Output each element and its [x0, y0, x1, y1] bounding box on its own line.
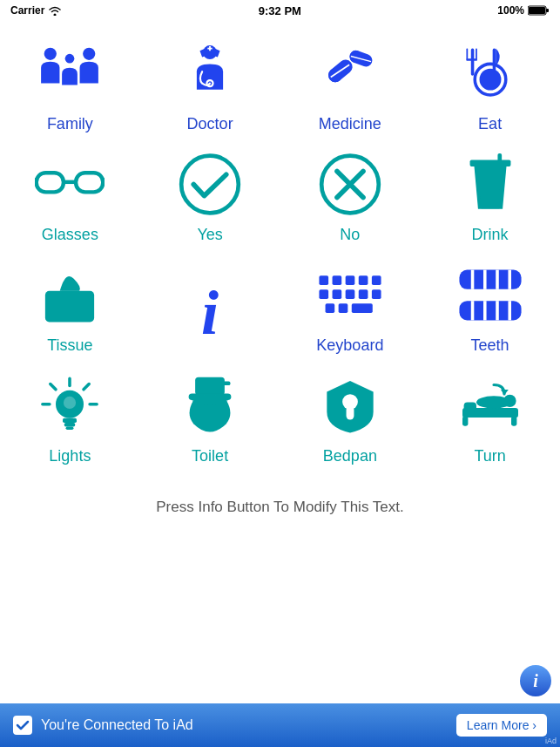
toilet-icon — [171, 370, 249, 440]
no-icon — [311, 149, 389, 219]
glasses-item[interactable]: Glasses — [0, 140, 140, 251]
ad-checkmark-icon — [16, 718, 30, 732]
turn-icon — [451, 370, 530, 440]
battery-label: 100% — [497, 4, 550, 17]
tissue-item[interactable]: Tissue — [0, 251, 140, 362]
svg-point-22 — [479, 68, 501, 90]
family-icon — [30, 38, 109, 108]
svg-rect-8 — [209, 45, 211, 50]
ad-checkbox — [13, 716, 32, 735]
svg-marker-80 — [501, 390, 509, 395]
drink-item[interactable]: Drink — [420, 140, 560, 251]
lights-item[interactable]: Lights — [0, 362, 140, 472]
info-item[interactable]: i — [140, 251, 280, 362]
ad-text: You're Connected To iAd — [41, 717, 448, 733]
medicine-icon — [311, 38, 389, 108]
glasses-label: Glasses — [42, 226, 98, 244]
svg-rect-40 — [319, 289, 328, 299]
teeth-icon — [451, 260, 530, 329]
bedpan-item[interactable]: Bedpan — [280, 362, 421, 472]
battery-icon — [528, 5, 550, 16]
svg-rect-17 — [466, 48, 468, 59]
learn-more-button[interactable]: Learn More › — [456, 714, 547, 737]
svg-rect-36 — [332, 275, 341, 285]
toilet-item[interactable]: Toilet — [140, 362, 280, 472]
lights-label: Lights — [49, 447, 91, 465]
svg-line-59 — [84, 384, 89, 389]
svg-point-3 — [44, 47, 57, 59]
eat-item[interactable]: Eat — [420, 30, 560, 140]
doctor-label: Doctor — [187, 115, 233, 133]
svg-rect-18 — [476, 48, 477, 59]
svg-point-4 — [83, 47, 95, 59]
svg-rect-65 — [64, 423, 75, 426]
svg-rect-52 — [508, 269, 511, 289]
svg-point-67 — [64, 396, 76, 408]
eat-label: Eat — [478, 115, 502, 133]
svg-rect-43 — [359, 289, 368, 299]
turn-item[interactable]: Turn — [420, 362, 560, 472]
svg-rect-47 — [352, 303, 373, 313]
family-label: Family — [47, 115, 93, 133]
svg-rect-56 — [496, 301, 499, 320]
drink-icon — [451, 149, 530, 219]
svg-rect-38 — [359, 275, 368, 285]
svg-rect-54 — [470, 301, 474, 320]
svg-rect-64 — [63, 418, 77, 422]
svg-line-61 — [51, 384, 56, 389]
svg-rect-42 — [346, 289, 355, 299]
svg-point-28 — [181, 155, 239, 213]
svg-rect-68 — [195, 377, 225, 395]
svg-rect-71 — [222, 381, 230, 385]
info-text-area: Press Info Button To Modify This Text. — [0, 481, 560, 533]
svg-rect-49 — [470, 269, 474, 289]
lights-icon — [30, 370, 109, 440]
no-label: No — [340, 226, 360, 244]
ad-small-label: iAd — [545, 737, 557, 745]
yes-item[interactable]: Yes — [140, 140, 280, 251]
svg-rect-16 — [470, 48, 474, 75]
keyboard-label: Keyboard — [316, 336, 383, 355]
svg-point-77 — [503, 394, 516, 406]
info-text: Press Info Button To Modify This Text. — [156, 499, 403, 515]
svg-rect-44 — [372, 289, 381, 299]
svg-rect-39 — [372, 275, 381, 285]
keyboard-item[interactable]: Keyboard — [280, 251, 421, 362]
doctor-icon — [171, 38, 249, 108]
keyboard-icon — [311, 260, 389, 329]
tissue-label: Tissue — [47, 336, 92, 355]
teeth-item[interactable]: Teeth — [420, 251, 560, 362]
status-bar: Carrier 9:32 PM 100% — [0, 0, 560, 21]
family-item[interactable]: Family — [0, 30, 140, 140]
svg-rect-53 — [459, 301, 521, 320]
svg-rect-75 — [463, 402, 476, 411]
turn-label: Turn — [474, 447, 505, 465]
svg-rect-41 — [332, 289, 341, 299]
svg-rect-79 — [511, 416, 516, 425]
svg-rect-46 — [339, 303, 348, 313]
yes-icon — [171, 149, 249, 219]
doctor-item[interactable]: Doctor — [140, 30, 280, 140]
no-item[interactable]: No — [280, 140, 421, 251]
svg-rect-66 — [66, 426, 74, 430]
floating-info-button[interactable]: i — [520, 665, 551, 696]
glasses-icon — [30, 149, 109, 219]
bedpan-icon — [311, 370, 389, 440]
svg-rect-32 — [469, 160, 510, 166]
icon-grid: Family Doctor — [0, 21, 560, 481]
svg-rect-24 — [76, 173, 103, 192]
svg-rect-55 — [483, 301, 487, 320]
yes-label: Yes — [197, 226, 222, 244]
ad-banner: You're Connected To iAd Learn More › iAd — [0, 703, 560, 747]
medicine-label: Medicine — [319, 115, 381, 133]
bedpan-label: Bedpan — [323, 447, 377, 465]
wifi-icon — [48, 5, 62, 16]
svg-rect-1 — [529, 7, 545, 14]
svg-rect-50 — [483, 269, 487, 289]
medicine-item[interactable]: Medicine — [280, 30, 421, 140]
carrier-label: Carrier — [10, 4, 62, 17]
toilet-label: Toilet — [192, 447, 228, 465]
svg-rect-35 — [319, 275, 328, 285]
info-italic-icon: i — [171, 278, 249, 348]
eat-icon — [451, 38, 530, 108]
